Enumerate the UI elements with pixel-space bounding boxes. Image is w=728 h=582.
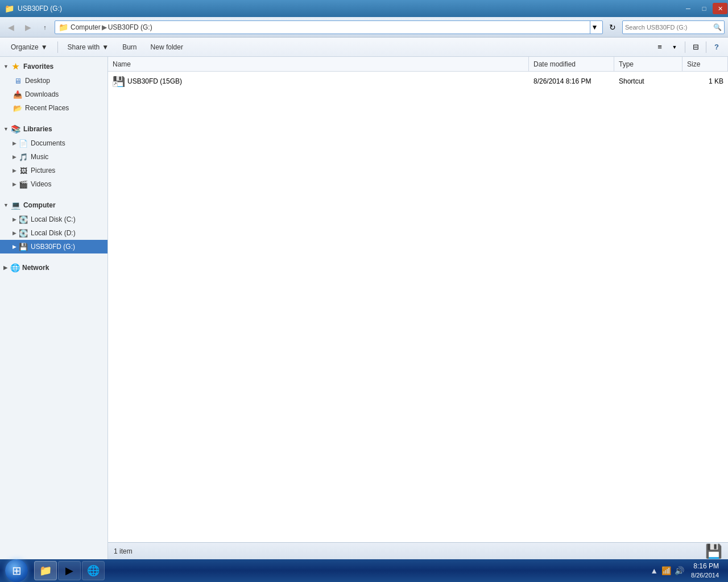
network-section: ▶ 🌐 Network — [0, 260, 107, 275]
computer-section: ▼ 💻 Computer ▶ 💽 Local Disk (C:) ▶ 💽 Loc… — [0, 198, 107, 253]
status-usb-icon: 💾 — [705, 543, 722, 559]
documents-icon: 📄 — [18, 138, 28, 148]
start-orb: ⊞ — [5, 559, 28, 582]
help-button[interactable]: ? — [710, 40, 723, 54]
network-tray-icon[interactable]: 📶 — [661, 566, 671, 575]
toolbar-separator-2 — [685, 41, 685, 53]
taskbar-media-player-button[interactable]: ▶ — [58, 561, 81, 580]
recent-places-icon: 📂 — [13, 103, 23, 113]
share-with-button[interactable]: Share with ▼ — [61, 40, 115, 55]
toolbar: Organize ▼ Share with ▼ Burn New folder … — [0, 38, 728, 57]
favorites-section: ▼ ★ Favorites 🖥 Desktop 📥 Downloads 📂 Re… — [0, 59, 107, 115]
sidebar-item-usb-drive[interactable]: ▶ 💾 USB30FD (G:) — [0, 240, 107, 253]
favorites-header[interactable]: ▼ ★ Favorites — [0, 59, 107, 74]
refresh-button[interactable]: ↻ — [605, 20, 620, 34]
usb-expand: ▶ — [13, 244, 16, 250]
taskbar-apps: 📁 ▶ 🌐 — [32, 561, 107, 580]
sidebar-item-local-disk-c[interactable]: ▶ 💽 Local Disk (C:) — [0, 213, 107, 226]
music-expand: ▶ — [13, 154, 16, 160]
documents-expand: ▶ — [13, 140, 16, 146]
taskbar: ⊞ 📁 ▶ 🌐 ▲ 📶 🔊 8:16 PM 8/26/2014 — [0, 559, 728, 582]
tray-expand-icon[interactable]: ▲ — [650, 566, 658, 575]
start-button[interactable]: ⊞ — [1, 559, 32, 582]
downloads-icon: 📥 — [13, 89, 23, 99]
titlebar-left: 📁 USB30FD (G:) — [5, 4, 62, 13]
sidebar-item-local-disk-d[interactable]: ▶ 💽 Local Disk (D:) — [0, 226, 107, 240]
search-input[interactable] — [625, 24, 713, 31]
column-header-size[interactable]: Size — [682, 57, 728, 71]
sidebar-item-videos[interactable]: ▶ 🎬 Videos — [0, 177, 107, 191]
titlebar: 📁 USB30FD (G:) ─ □ ✕ — [0, 0, 728, 17]
view-dropdown-button[interactable]: ▼ — [668, 40, 681, 54]
computer-header[interactable]: ▼ 💻 Computer — [0, 198, 107, 213]
taskbar-explorer-button[interactable]: 📁 — [34, 561, 57, 580]
clock-time: 8:16 PM — [691, 562, 719, 571]
sidebar-item-documents[interactable]: ▶ 📄 Documents — [0, 136, 107, 150]
libraries-expand-arrow: ▼ — [3, 126, 9, 132]
videos-expand: ▶ — [13, 181, 16, 187]
search-icon[interactable]: 🔍 — [713, 23, 722, 31]
maximize-button[interactable]: □ — [697, 3, 712, 14]
column-header-date[interactable]: Date modified — [529, 57, 614, 71]
forward-button[interactable]: ▶ — [20, 20, 35, 34]
sidebar-item-recent-places[interactable]: 📂 Recent Places — [0, 101, 107, 115]
breadcrumb-drive[interactable]: USB30FD (G:) — [108, 23, 152, 31]
organize-dropdown-icon: ▼ — [41, 43, 48, 51]
sidebar-item-desktop[interactable]: 🖥 Desktop — [0, 74, 107, 88]
network-header[interactable]: ▶ 🌐 Network — [0, 260, 107, 275]
file-date-cell: 8/26/2014 8:16 PM — [529, 77, 614, 85]
system-clock[interactable]: 8:16 PM 8/26/2014 — [688, 562, 722, 580]
network-icon: 🌐 — [10, 263, 20, 273]
new-folder-button[interactable]: New folder — [144, 40, 189, 55]
view-details-button[interactable]: ≡ — [653, 40, 667, 54]
libraries-icon: 📚 — [11, 124, 21, 134]
statusbar: 1 item 💾 — [108, 542, 728, 559]
titlebar-controls: ─ □ ✕ — [680, 1, 728, 16]
back-button[interactable]: ◀ — [3, 20, 18, 34]
status-item-count: 1 item — [114, 547, 133, 555]
table-row[interactable]: 💾 ↗ USB30FD (15GB) 8/26/2014 8:16 PM Sho… — [108, 74, 728, 89]
file-type-cell: Shortcut — [614, 77, 682, 85]
search-box: 🔍 — [622, 20, 725, 34]
column-headers: Name Date modified Type Size — [108, 57, 728, 72]
taskbar-chrome-button[interactable]: 🌐 — [82, 561, 105, 580]
usb-drive-icon: 💾 — [18, 242, 28, 252]
status-drive-area: 💾 — [705, 543, 722, 559]
file-size-cell: 1 KB — [682, 77, 728, 85]
main-area: ▼ ★ Favorites 🖥 Desktop 📥 Downloads 📂 Re… — [0, 57, 728, 559]
file-name-cell: 💾 ↗ USB30FD (15GB) — [108, 76, 529, 87]
burn-button[interactable]: Burn — [116, 40, 143, 55]
organize-button[interactable]: Organize ▼ — [5, 40, 54, 55]
sidebar-item-pictures[interactable]: ▶ 🖼 Pictures — [0, 164, 107, 177]
videos-icon: 🎬 — [18, 179, 28, 189]
titlebar-title: USB30FD (G:) — [18, 5, 62, 13]
taskbar-tray: ▲ 📶 🔊 8:16 PM 8/26/2014 — [646, 562, 727, 580]
sidebar: ▼ ★ Favorites 🖥 Desktop 📥 Downloads 📂 Re… — [0, 57, 108, 559]
preview-pane-button[interactable]: ⊟ — [689, 40, 702, 54]
computer-expand-arrow: ▼ — [3, 202, 9, 208]
column-header-name[interactable]: Name — [108, 57, 529, 71]
sidebar-spacer-3 — [0, 256, 107, 260]
music-icon: 🎵 — [18, 152, 28, 162]
file-list: 💾 ↗ USB30FD (15GB) 8/26/2014 8:16 PM Sho… — [108, 72, 728, 542]
sidebar-item-downloads[interactable]: 📥 Downloads — [0, 88, 107, 101]
desktop-icon: 🖥 — [13, 76, 23, 86]
shortcut-arrow-overlay: ↗ — [113, 81, 118, 87]
breadcrumb-computer[interactable]: Computer — [71, 23, 101, 31]
toolbar-separator-3 — [706, 41, 706, 53]
share-dropdown-icon: ▼ — [102, 43, 109, 51]
libraries-header[interactable]: ▼ 📚 Libraries — [0, 122, 107, 136]
column-header-type[interactable]: Type — [614, 57, 682, 71]
toolbar-separator-1 — [57, 41, 58, 53]
address-bar[interactable]: 📁 Computer ▶ USB30FD (G:) ▼ — [55, 20, 603, 34]
libraries-section: ▼ 📚 Libraries ▶ 📄 Documents ▶ 🎵 Music ▶ … — [0, 122, 107, 191]
up-button[interactable]: ↑ — [38, 20, 52, 34]
volume-tray-icon[interactable]: 🔊 — [675, 566, 684, 575]
close-button[interactable]: ✕ — [713, 3, 727, 14]
minimize-button[interactable]: ─ — [681, 3, 696, 14]
sidebar-item-music[interactable]: ▶ 🎵 Music — [0, 150, 107, 164]
disk-d-icon: 💽 — [18, 228, 28, 238]
pictures-icon: 🖼 — [18, 165, 28, 176]
address-dropdown-button[interactable]: ▼ — [590, 20, 599, 34]
pictures-expand: ▶ — [13, 168, 16, 173]
